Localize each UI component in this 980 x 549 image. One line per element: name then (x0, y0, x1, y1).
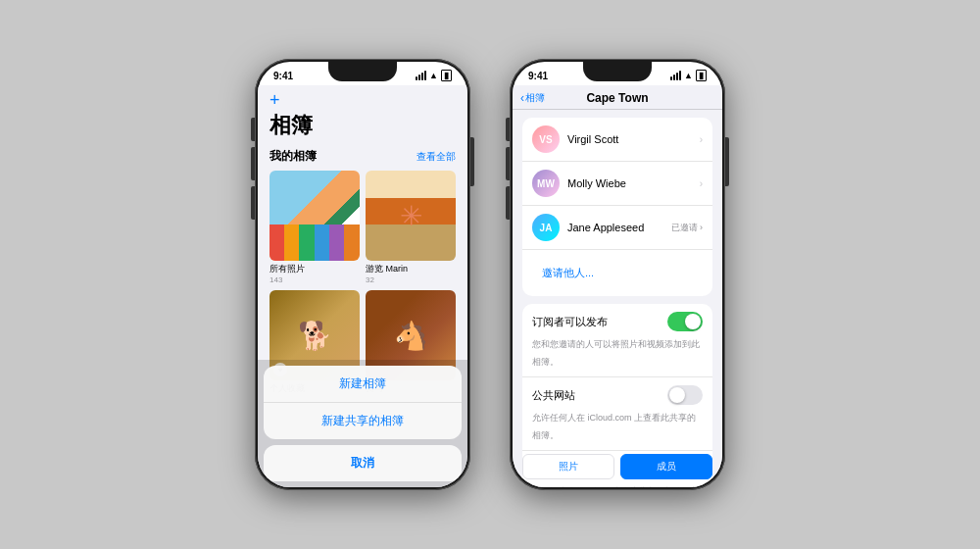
album-count: 32 (366, 275, 456, 284)
chevron-right-icon: › (700, 134, 703, 145)
setting-title-subscribers: 订阅者可以发布 (532, 315, 608, 329)
nav-bar: ‹ 相簿 Cape Town (513, 85, 722, 110)
signal-icon (670, 71, 681, 80)
member-row-molly[interactable]: MW Molly Wiebe › (522, 162, 712, 206)
section-header: 我的相簿 查看全部 (270, 144, 456, 171)
chevron-left-icon: ‹ (520, 91, 524, 105)
setting-row-top: 订阅者可以发布 (532, 312, 703, 331)
album-name: 所有照片 (270, 263, 360, 275)
avatar-virgil: VS (532, 125, 560, 153)
member-name-molly: Molly Wiebe (567, 177, 692, 189)
album-count: 143 (270, 275, 360, 284)
subscribers-post-row: 订阅者可以发布 您和您邀请的人可以将照片和视频添加到此相簿。 (522, 304, 712, 377)
status-icons: ▲ ▮ (670, 70, 707, 81)
action-sheet-overlay: 新建相簿 新建共享的相簿 取消 (258, 360, 467, 487)
albums-title: 相簿 (270, 111, 456, 140)
wifi-icon: ▲ (429, 71, 438, 80)
status-icons: ▲ ▮ (416, 70, 452, 81)
volume-up-button (251, 147, 255, 180)
album-item[interactable]: 所有照片 143 (270, 171, 360, 284)
member-row-jane[interactable]: JA Jane Appleseed 已邀请 › (522, 206, 712, 250)
invite-others-row[interactable]: 邀请他人... (522, 250, 712, 296)
album-thumbnail-starfish (366, 171, 456, 261)
subscribers-post-toggle[interactable] (667, 312, 703, 331)
members-list: VS Virgil Scott › MW Molly Wiebe › JA (522, 118, 712, 296)
avatar-jane: JA (532, 214, 560, 241)
status-time: 9:41 (528, 71, 548, 81)
album-item[interactable]: 游览 Marin 32 (366, 171, 456, 284)
power-button (470, 137, 474, 186)
chevron-right-icon: › (700, 178, 703, 189)
tab-photos[interactable]: 照片 (522, 454, 614, 479)
volume-down-button (506, 186, 510, 220)
notch (328, 62, 397, 81)
setting-desc-public: 允许任何人在 iCloud.com 上查看此共享的相簿。 (532, 413, 696, 440)
setting-desc-notifications: 当订阅者点赞、评论或给此共享的相簿添加照片或视频时显示通知。 (532, 486, 700, 487)
my-albums-section: 我的相簿 查看全部 所有照片 143 游览 Marin 32 (258, 144, 467, 395)
bottom-tabs: 照片 成员 (522, 454, 712, 479)
albums-screen: + 相簿 我的相簿 查看全部 所有照片 143 游览 Marin (258, 85, 467, 487)
back-label: 相簿 (525, 91, 545, 105)
cape-town-screen: ‹ 相簿 Cape Town VS Virgil Scott › (513, 85, 722, 487)
member-name-jane: Jane Appleseed (567, 222, 663, 233)
section-title: 我的相簿 (270, 148, 317, 165)
add-album-button[interactable]: + (270, 91, 456, 109)
cancel-button[interactable]: 取消 (264, 445, 462, 481)
member-name-virgil: Virgil Scott (567, 133, 692, 145)
invited-badge: 已邀请 › (671, 222, 704, 234)
wifi-icon: ▲ (684, 71, 693, 80)
avatar-molly: MW (532, 170, 560, 197)
setting-row-top: 公共网站 (532, 385, 703, 405)
phone-2: 9:41 ▲ ▮ ‹ 相簿 Cape Town (510, 59, 725, 490)
public-website-row: 公共网站 允许任何人在 iCloud.com 上查看此共享的相簿。 (522, 377, 712, 451)
album-thumbnail-beach (270, 171, 360, 261)
back-button[interactable]: ‹ 相簿 (520, 91, 545, 105)
public-website-toggle[interactable] (667, 385, 703, 405)
signal-icon (416, 71, 426, 80)
album-name: 游览 Marin (366, 263, 456, 275)
action-sheet-group: 新建相簿 新建共享的相簿 (264, 366, 462, 439)
toggle-knob (685, 314, 701, 329)
battery-icon: ▮ (441, 70, 452, 81)
notch (583, 62, 652, 81)
mute-button (506, 118, 510, 141)
phone-1: 9:41 ▲ ▮ + 相簿 我的相簿 查看全部 (255, 59, 470, 490)
albums-header: + 相簿 (258, 85, 467, 144)
setting-desc-subscribers: 您和您邀请的人可以将照片和视频添加到此相簿。 (532, 339, 700, 367)
member-row-virgil[interactable]: VS Virgil Scott › (522, 118, 712, 162)
volume-down-button (251, 186, 255, 220)
power-button (725, 137, 729, 186)
volume-up-button (506, 147, 510, 180)
battery-icon: ▮ (696, 70, 707, 81)
mute-button (251, 118, 255, 141)
setting-title-public: 公共网站 (532, 388, 575, 403)
new-shared-album-button[interactable]: 新建共享的相簿 (264, 403, 462, 439)
toggle-knob (669, 387, 685, 403)
invite-link[interactable]: 邀请他人... (532, 258, 604, 288)
see-all-button[interactable]: 查看全部 (416, 150, 456, 164)
action-sheet: 新建相簿 新建共享的相簿 取消 (258, 360, 467, 487)
tab-members[interactable]: 成员 (620, 454, 712, 479)
page-title: Cape Town (586, 91, 648, 105)
new-album-button[interactable]: 新建相簿 (264, 366, 462, 403)
status-time: 9:41 (273, 71, 293, 81)
